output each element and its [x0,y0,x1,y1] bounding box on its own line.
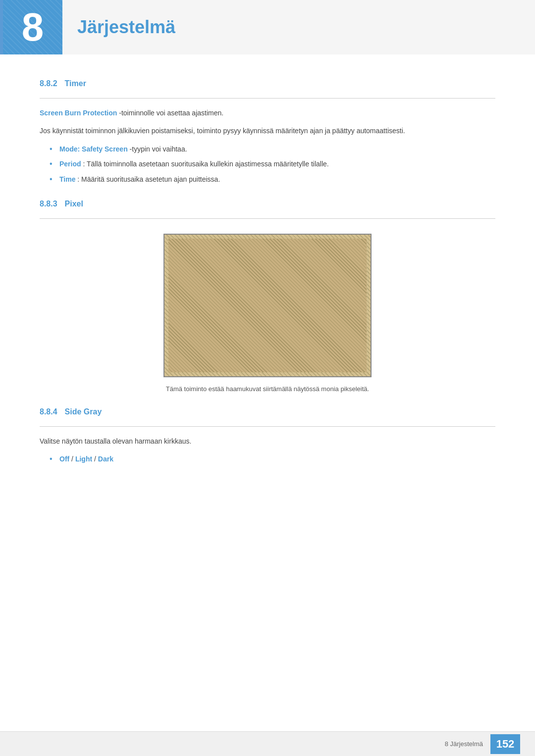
bullet-off-light-dark: Off / Light / Dark [50,454,495,464]
section-title-8-8-2: Timer [65,79,86,88]
section-heading-8-8-4: 8.8.4 Side Gray [40,407,495,416]
section-divider-8-8-4 [40,426,495,427]
paragraph-screen-burn-text: -toiminnolle voi asettaa ajastimen. [119,109,223,117]
separator-1: / [71,455,75,463]
section-heading-8-8-2: 8.8.2 Timer [40,79,495,88]
term-off: Off [59,455,69,463]
timer-bullet-list: Mode: Safety Screen -tyypin voi vaihtaa.… [50,144,495,185]
bullet-time: Time : Määritä suoritusaika asetetun aja… [50,174,495,185]
section-number-8-8-2: 8.8.2 [40,79,57,88]
section-8-8-3: 8.8.3 Pixel Tämä toiminto estää haamukuv… [40,200,495,393]
term-time: Time [59,175,75,183]
term-light: Light [75,455,92,463]
bullet-mode-text: -tyypin voi vaihtaa. [130,145,187,153]
bullet-period: Period : Tällä toiminnolla asetetaan suo… [50,158,495,169]
section-divider-8-8-3 [40,218,495,219]
section-number-8-8-3: 8.8.3 [40,200,57,208]
term-dark: Dark [98,455,113,463]
term-screen-burn: Screen Burn Protection [40,109,117,117]
section-8-8-4: 8.8.4 Side Gray Valitse näytön taustalla… [40,407,495,465]
term-period: Period [59,160,81,168]
term-mode: Mode: Safety Screen [59,145,128,153]
pixel-image-inner [168,239,367,372]
chapter-number: 8 [22,4,44,50]
page-footer: 8 Järjestelmä 152 [0,731,535,756]
bullet-mode: Mode: Safety Screen -tyypin voi vaihtaa. [50,144,495,154]
chapter-header: 8 Järjestelmä [0,0,535,54]
page-container: 8 Järjestelmä 8.8.2 Timer Screen Burn Pr… [0,0,535,756]
section-number-8-8-4: 8.8.4 [40,407,57,416]
section-divider-8-8-2 [40,98,495,99]
pixel-image-container [40,234,495,377]
separator-2: / [94,455,98,463]
footer-chapter-ref: 8 Järjestelmä [445,740,483,748]
section-title-8-8-3: Pixel [65,200,83,208]
content-area: 8.8.2 Timer Screen Burn Protection -toim… [0,79,535,465]
chapter-number-box: 8 [3,0,62,54]
bullet-time-text: : Määritä suoritusaika asetetun ajan pui… [77,175,220,183]
chapter-title: Järjestelmä [77,17,175,38]
section-title-8-8-4: Side Gray [65,407,102,416]
section-heading-8-8-3: 8.8.3 Pixel [40,200,495,208]
bullet-period-text: : Tällä toiminnolla asetetaan suoritusai… [83,160,328,168]
paragraph-screen-burn: Screen Burn Protection -toiminnolle voi … [40,107,495,118]
side-gray-bullet-list: Off / Light / Dark [50,454,495,464]
paragraph-side-gray: Valitse näytön taustalla olevan harmaan … [40,436,495,447]
paragraph-timer-info: Jos käynnistät toiminnon jälkikuvien poi… [40,125,495,136]
pixel-image [163,234,372,377]
section-8-8-2: 8.8.2 Timer Screen Burn Protection -toim… [40,79,495,185]
chapter-title-area: Järjestelmä [62,0,535,54]
footer-page-number: 152 [490,734,520,754]
pixel-caption: Tämä toiminto estää haamukuvat siirtämäl… [40,385,495,393]
